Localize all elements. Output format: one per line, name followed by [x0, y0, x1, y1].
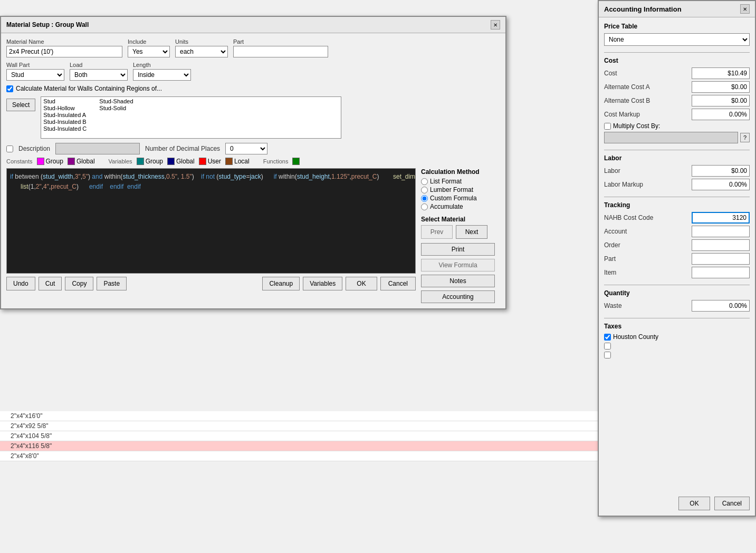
variables-button[interactable]: Variables	[303, 277, 342, 290]
view-formula-button[interactable]: View Formula	[421, 259, 495, 271]
description-label: Description	[18, 145, 50, 152]
taxes-section: Taxes Houston County	[604, 323, 750, 358]
order-input[interactable]	[692, 239, 750, 251]
wall-part-label: Wall Part	[6, 62, 64, 68]
wall-part-select[interactable]: Stud Plate Header	[6, 69, 64, 81]
accounting-ok-cancel: OK Cancel	[678, 497, 750, 510]
units-select[interactable]: each lf sf	[175, 46, 228, 57]
radio-list[interactable]	[421, 178, 428, 185]
labor-markup-label: Labor Markup	[604, 181, 692, 188]
main-area: if between (stud_width,3",5") and within…	[6, 168, 500, 303]
accounting-close-button[interactable]: ✕	[740, 4, 750, 14]
notes-button[interactable]: Notes	[421, 275, 495, 287]
prev-button[interactable]: Prev	[421, 225, 453, 239]
labor-section-title: Labor	[604, 154, 750, 162]
load-select[interactable]: Both Interior Exterior	[70, 69, 128, 81]
legend-color-red	[199, 158, 206, 165]
alt-cost-a-input[interactable]	[692, 81, 750, 93]
legend-label-global-var: Global	[176, 158, 195, 165]
region-item: Stud-Insulated C	[42, 125, 88, 132]
decimal-select[interactable]: 01234	[225, 143, 267, 154]
legend-color-navy	[167, 158, 175, 165]
load-group: Load Both Interior Exterior	[70, 62, 128, 81]
region-col-1: Stud Stud-Hollow Stud-Insulated A Stud-I…	[42, 98, 88, 137]
material-dialog-body: Material Name Include Yes No Units each …	[1, 33, 505, 308]
tax3-row	[604, 352, 750, 358]
multiply-row: Multiply Cost By:	[604, 122, 750, 130]
accounting-body: Price Table None Standard Premium Cost C…	[599, 17, 755, 370]
radio-accumulate-label: Accumulate	[430, 203, 463, 210]
account-input[interactable]	[692, 226, 750, 237]
tracking-section-title: Tracking	[604, 201, 750, 209]
legend-label-user-var: User	[208, 158, 221, 165]
waste-input[interactable]	[692, 300, 750, 312]
region-item: Stud-Shaded	[98, 98, 134, 104]
radio-lumber-format: Lumber Format	[421, 186, 500, 193]
labor-markup-input[interactable]	[692, 179, 750, 190]
length-group: Length Inside Outside	[133, 62, 191, 81]
cancel-button[interactable]: Cancel	[380, 277, 416, 290]
accounting-title: Accounting Information	[604, 5, 682, 13]
editor-btn-row: Undo Cut Copy Paste Cleanup Variables OK…	[6, 277, 416, 290]
price-table-label: Price Table	[604, 23, 750, 30]
paste-button[interactable]: Paste	[97, 277, 127, 290]
calc-method-group: Calculation Method List Format Lumber Fo…	[421, 168, 500, 210]
tax2-checkbox[interactable]	[604, 343, 611, 350]
legend-label-local-var: Local	[234, 158, 250, 165]
help-button[interactable]: ?	[740, 133, 750, 142]
copy-button[interactable]: Copy	[65, 277, 93, 290]
separator-1	[604, 52, 750, 53]
description-checkbox[interactable]	[6, 145, 13, 152]
material-name-input[interactable]	[6, 46, 122, 57]
labor-input[interactable]	[692, 165, 750, 177]
next-button[interactable]: Next	[456, 225, 487, 239]
functions-label: Functions	[263, 158, 289, 164]
material-name-label: Material Name	[6, 38, 122, 45]
nahb-input[interactable]	[692, 212, 750, 224]
houston-county-checkbox[interactable]	[604, 334, 611, 341]
multiply-input[interactable]	[604, 132, 738, 143]
select-material-btns: Prev Next	[421, 225, 500, 239]
part-input[interactable]	[233, 46, 328, 57]
accounting-cancel-button[interactable]: Cancel	[714, 497, 750, 510]
ok-button[interactable]: OK	[346, 277, 377, 290]
part-input[interactable]	[692, 253, 750, 265]
account-row: Account	[604, 226, 750, 237]
description-input[interactable]	[55, 143, 140, 154]
tax3-checkbox[interactable]	[604, 352, 611, 358]
accounting-ok-button[interactable]: OK	[678, 497, 710, 510]
print-button[interactable]: Print	[421, 243, 495, 256]
accounting-button[interactable]: Accounting	[421, 290, 495, 303]
multiply-checkbox[interactable]	[604, 123, 611, 130]
separator-2	[604, 150, 750, 150]
order-label: Order	[604, 241, 692, 249]
material-dialog-close[interactable]: ✕	[491, 20, 500, 30]
cell-name: 2"x4"x116 5/8"	[11, 442, 640, 450]
waste-label: Waste	[604, 302, 692, 309]
cost-markup-label: Cost Markup	[604, 111, 692, 118]
price-table-select[interactable]: None Standard Premium	[604, 33, 750, 46]
cell-name: 2"x4"x8'0"	[11, 452, 640, 460]
legend-row: Constants Group Global Variables Group G…	[6, 158, 500, 165]
select-button[interactable]: Select	[6, 99, 35, 111]
cleanup-button[interactable]: Cleanup	[262, 277, 300, 290]
cost-input[interactable]	[692, 67, 750, 79]
alt-cost-a-label: Alternate Cost A	[604, 83, 692, 91]
cell-name: 2"x4"x16'0"	[11, 412, 640, 420]
cost-markup-input[interactable]	[692, 109, 750, 120]
radio-lumber[interactable]	[421, 187, 428, 193]
length-select[interactable]: Inside Outside	[133, 69, 191, 81]
undo-button[interactable]: Undo	[6, 277, 35, 290]
alt-cost-b-input[interactable]	[692, 95, 750, 106]
include-group: Include Yes No	[128, 38, 170, 57]
radio-custom[interactable]	[421, 195, 428, 202]
radio-accumulate[interactable]	[421, 203, 428, 210]
cut-button[interactable]: Cut	[39, 277, 62, 290]
legend-label-group-const: Group	[46, 158, 63, 165]
order-row: Order	[604, 239, 750, 251]
item-input[interactable]	[692, 267, 750, 278]
region-item: Stud-Insulated B	[42, 119, 88, 125]
include-select[interactable]: Yes No	[128, 46, 170, 57]
code-editor[interactable]: if between (stud_width,3",5") and within…	[6, 168, 416, 274]
regions-checkbox[interactable]	[6, 85, 13, 92]
